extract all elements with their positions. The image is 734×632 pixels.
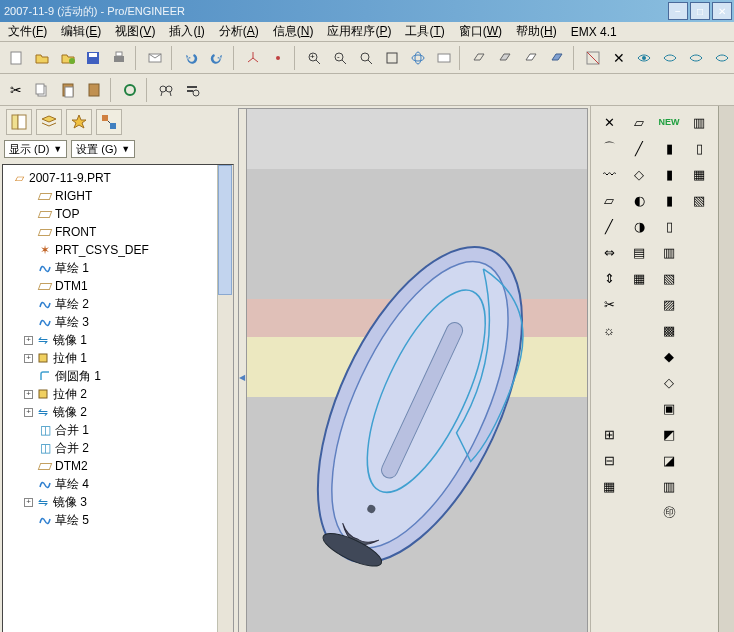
regen-button[interactable] <box>118 78 142 102</box>
copy-button[interactable] <box>30 78 54 102</box>
mail-button[interactable] <box>143 46 167 70</box>
expand-icon[interactable]: + <box>24 390 33 399</box>
tree-row[interactable]: 草绘 4 <box>5 475 231 493</box>
tree-row[interactable]: +拉伸 1 <box>5 349 231 367</box>
feature-button-21[interactable]: ▤ <box>625 240 653 264</box>
feature-button-56[interactable]: ▦ <box>595 474 623 498</box>
no-hidden-icon[interactable] <box>519 46 543 70</box>
shaded-icon[interactable] <box>545 46 569 70</box>
menu-V[interactable]: 视图(V) <box>109 21 161 42</box>
feature-button-22[interactable]: ▥ <box>655 240 683 264</box>
expand-icon[interactable]: + <box>24 354 33 363</box>
new-button[interactable] <box>4 46 28 70</box>
feature-button-10[interactable]: ▮ <box>655 162 683 186</box>
feature-button-26[interactable]: ▧ <box>655 266 683 290</box>
display-dropdown[interactable]: 显示 (D)▼ <box>4 140 67 158</box>
menu-W[interactable]: 窗口(W) <box>453 21 508 42</box>
feature-button-48[interactable]: ⊞ <box>595 422 623 446</box>
tree-row[interactable]: 草绘 5 <box>5 511 231 529</box>
menu-T[interactable]: 工具(T) <box>399 21 450 42</box>
tree-row[interactable]: ✶PRT_CSYS_DEF <box>5 241 231 259</box>
feature-button-0[interactable]: ✕ <box>595 110 623 134</box>
feature-button-12[interactable]: ▱ <box>595 188 623 212</box>
csys-toggle-4[interactable] <box>710 46 734 70</box>
feature-button-62[interactable]: ㊞ <box>655 500 683 524</box>
tree-row[interactable]: +拉伸 2 <box>5 385 231 403</box>
tree-row[interactable]: ◫合并 2 <box>5 439 231 457</box>
feature-button-8[interactable]: 〰 <box>595 162 623 186</box>
saved-view-icon[interactable] <box>432 46 456 70</box>
find-button[interactable] <box>154 78 178 102</box>
zoom-out-icon[interactable]: - <box>328 46 352 70</box>
feature-button-54[interactable]: ◪ <box>655 448 683 472</box>
sash-left[interactable]: ◀ <box>239 109 247 632</box>
print-button[interactable] <box>107 46 131 70</box>
feature-button-9[interactable]: ◇ <box>625 162 653 186</box>
feature-button-46[interactable]: ▣ <box>655 396 683 420</box>
tree-row[interactable]: ▱2007-11-9.PRT <box>5 169 231 187</box>
zoom-fit-icon[interactable] <box>354 46 378 70</box>
settings-dropdown[interactable]: 设置 (G)▼ <box>71 140 135 158</box>
expand-icon[interactable]: + <box>24 408 33 417</box>
tree-row[interactable]: DTM1 <box>5 277 231 295</box>
feature-button-7[interactable]: ▯ <box>685 136 713 160</box>
tree-scrollbar[interactable] <box>217 165 233 632</box>
feature-button-4[interactable]: ⌒ <box>595 136 623 160</box>
tree-row[interactable]: DTM2 <box>5 457 231 475</box>
feature-button-30[interactable]: ▨ <box>655 292 683 316</box>
expand-icon[interactable]: + <box>24 336 33 345</box>
paste-button[interactable] <box>56 78 80 102</box>
tree-row[interactable]: 倒圆角 1 <box>5 367 231 385</box>
menu-F[interactable]: 文件(F) <box>2 21 53 42</box>
feature-button-25[interactable]: ▦ <box>625 266 653 290</box>
feature-button-1[interactable]: ▱ <box>625 110 653 134</box>
datum-plane-toggle[interactable] <box>581 46 605 70</box>
viewport[interactable]: ◀ <box>238 108 588 632</box>
feature-button-38[interactable]: ◆ <box>655 344 683 368</box>
tree-row[interactable]: ◫合并 1 <box>5 421 231 439</box>
save-button[interactable] <box>82 46 106 70</box>
feature-button-13[interactable]: ◐ <box>625 188 653 212</box>
model-tree[interactable]: ▱2007-11-9.PRTRIGHTTOPFRONT✶PRT_CSYS_DEF… <box>2 164 234 632</box>
feature-button-32[interactable]: ☼ <box>595 318 623 342</box>
refit-icon[interactable] <box>380 46 404 70</box>
expand-icon[interactable]: + <box>24 498 33 507</box>
tree-row[interactable]: TOP <box>5 205 231 223</box>
relations-button[interactable] <box>96 109 122 135</box>
feature-button-15[interactable]: ▧ <box>685 188 713 212</box>
tree-row[interactable]: RIGHT <box>5 187 231 205</box>
feature-button-6[interactable]: ▮ <box>655 136 683 160</box>
datum-axis-toggle[interactable]: ✕ <box>607 46 631 70</box>
feature-button-17[interactable]: ◑ <box>625 214 653 238</box>
tree-row[interactable]: +⇋镜像 2 <box>5 403 231 421</box>
feature-button-34[interactable]: ▩ <box>655 318 683 342</box>
point-icon[interactable] <box>267 46 291 70</box>
minimize-button[interactable]: − <box>668 2 688 20</box>
feature-button-11[interactable]: ▦ <box>685 162 713 186</box>
feature-button-50[interactable]: ◩ <box>655 422 683 446</box>
zoom-in-icon[interactable]: + <box>302 46 326 70</box>
paste-special-button[interactable] <box>82 78 106 102</box>
close-button[interactable]: ✕ <box>712 2 732 20</box>
layer-button[interactable] <box>36 109 62 135</box>
tree-row[interactable]: +⇋镜像 3 <box>5 493 231 511</box>
feature-button-58[interactable]: ▥ <box>655 474 683 498</box>
feature-button-20[interactable]: ⇔ <box>595 240 623 264</box>
tree-row[interactable]: 草绘 1 <box>5 259 231 277</box>
xyz-icon[interactable] <box>241 46 265 70</box>
menu-P[interactable]: 应用程序(P) <box>321 21 397 42</box>
datum-point-toggle[interactable] <box>632 46 656 70</box>
outer-scrollbar[interactable] <box>718 106 734 632</box>
redo-button[interactable] <box>205 46 229 70</box>
menu-I[interactable]: 插入(I) <box>163 21 210 42</box>
feature-button-3[interactable]: ▥ <box>685 110 713 134</box>
tree-row[interactable]: 草绘 2 <box>5 295 231 313</box>
menu-EMX 4.1[interactable]: EMX 4.1 <box>565 23 623 41</box>
star-button[interactable] <box>66 109 92 135</box>
csys-toggle-2[interactable] <box>658 46 682 70</box>
csys-toggle-3[interactable] <box>684 46 708 70</box>
show-tree-button[interactable] <box>6 109 32 135</box>
feature-button-24[interactable]: ⇕ <box>595 266 623 290</box>
menu-N[interactable]: 信息(N) <box>267 21 320 42</box>
tree-row[interactable]: 草绘 3 <box>5 313 231 331</box>
